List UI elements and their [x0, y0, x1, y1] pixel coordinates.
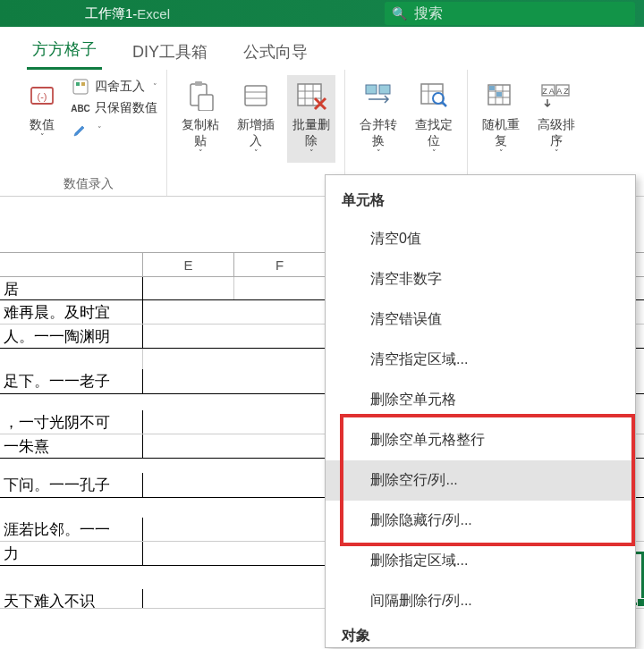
sort-icon: Z AA Z	[539, 79, 573, 113]
menu-del-emptyrow[interactable]: 删除空单元格整行	[326, 420, 635, 460]
search-box[interactable]: 🔍 搜索	[385, 2, 635, 25]
merge-icon	[361, 79, 395, 113]
button-batchdel[interactable]: 批量删 除 ˅	[287, 75, 335, 163]
random-icon	[484, 79, 518, 113]
button-round[interactable]: 四舍五入	[72, 79, 157, 95]
svg-text:(-): (-)	[38, 91, 47, 102]
button-merge[interactable]: 合并转 换 ˅	[354, 75, 402, 163]
cell-text[interactable]: ，一寸光阴不可	[0, 410, 143, 434]
numval-icon: (-)	[25, 79, 59, 113]
button-find[interactable]: 查找定 位 ˅	[410, 75, 458, 163]
menu-clear-error[interactable]: 清空错误值	[326, 299, 635, 340]
svg-rect-17	[379, 85, 390, 94]
button-sort[interactable]: Z AA Z 高级排 序 ˅	[532, 75, 580, 163]
svg-text:A Z: A Z	[556, 87, 569, 96]
menu-del-empty[interactable]: 删除空单元格	[326, 380, 635, 420]
batchdel-icon	[294, 79, 328, 113]
svg-rect-28	[489, 86, 495, 90]
group1-label: 数值录入	[20, 173, 157, 196]
svg-rect-16	[366, 85, 377, 94]
menu-clear-range[interactable]: 清空指定区域...	[326, 340, 635, 380]
cell-text[interactable]: 难再晨。及时宜	[0, 300, 143, 324]
app-label: Excel	[137, 6, 170, 21]
group-numval: (-) 数值 ˅ 四舍五入 ABC 只保留数值 数值录入	[16, 70, 167, 196]
button-insert[interactable]: 新增插 入 ˅	[232, 75, 280, 163]
find-icon	[417, 79, 451, 113]
tab-formula[interactable]: 公式向导	[238, 32, 313, 70]
round-icon	[72, 79, 89, 95]
button-copypaste[interactable]: 复制粘 贴 ˅	[176, 75, 225, 163]
menu-clear-nonnum[interactable]: 清空非数字	[326, 259, 635, 299]
button-numval[interactable]: (-) 数值 ˅	[20, 75, 64, 147]
workbook-title: 工作簿1	[85, 5, 132, 22]
cell-text[interactable]: 一朱熹	[0, 434, 143, 458]
tab-diy[interactable]: DIY工具箱	[127, 32, 213, 70]
svg-rect-3	[76, 82, 80, 86]
svg-rect-29	[496, 92, 502, 97]
col-f[interactable]: F	[234, 253, 326, 276]
svg-rect-4	[81, 82, 85, 86]
svg-rect-6	[195, 81, 202, 86]
abc-icon: ABC	[72, 100, 89, 116]
cell-text[interactable]: 下问。一一孔子	[0, 473, 143, 497]
col-e[interactable]: E	[143, 253, 234, 276]
menu-header-object: 对象	[326, 621, 635, 649]
cell-text[interactable]: 居	[0, 277, 143, 299]
insert-icon	[239, 79, 273, 113]
batchdel-dropdown: 单元格 清空0值 清空非数字 清空错误值 清空指定区域... 删除空单元格 删除…	[325, 174, 636, 648]
button-random[interactable]: 随机重 复 ˅	[477, 75, 525, 163]
menu-del-range[interactable]: 删除指定区域...	[326, 541, 635, 581]
edit-icon	[72, 122, 89, 138]
menu-clear-zero[interactable]: 清空0值	[326, 219, 635, 259]
svg-line-22	[442, 102, 446, 106]
tab-fangfang[interactable]: 方方格子	[27, 30, 102, 70]
cell-text[interactable]: 涯若比邻。一一	[0, 518, 143, 541]
cell-text[interactable]: 人。一一陶渊明	[0, 324, 143, 348]
svg-text:Z A: Z A	[542, 87, 555, 96]
svg-rect-8	[245, 86, 267, 105]
group-paste: 复制粘 贴 ˅ 新增插 入 ˅ 批量删 除 ˅	[167, 70, 345, 196]
menu-del-hidden[interactable]: 删除隐藏行/列...	[326, 501, 635, 541]
search-placeholder: 搜索	[414, 4, 443, 23]
clipboard-icon	[183, 79, 217, 113]
search-icon: 🔍	[392, 6, 407, 21]
menu-header-cell: 单元格	[326, 186, 635, 219]
cell-text[interactable]: 足下。一一老子	[0, 369, 143, 393]
menu-interval-del[interactable]: 间隔删除行/列...	[326, 581, 635, 621]
button-edit[interactable]	[72, 122, 157, 138]
menu-del-rowcol[interactable]: 删除空行/列...	[326, 460, 635, 501]
svg-rect-7	[199, 95, 213, 111]
svg-rect-2	[73, 80, 88, 94]
ribbon-tabs: 方方格子 DIY工具箱 公式向导	[0, 27, 644, 70]
button-keepnum[interactable]: ABC 只保留数值	[72, 100, 157, 116]
cell-text[interactable]: 天下难入不识	[0, 589, 143, 608]
cell-text[interactable]: 力	[0, 542, 143, 565]
